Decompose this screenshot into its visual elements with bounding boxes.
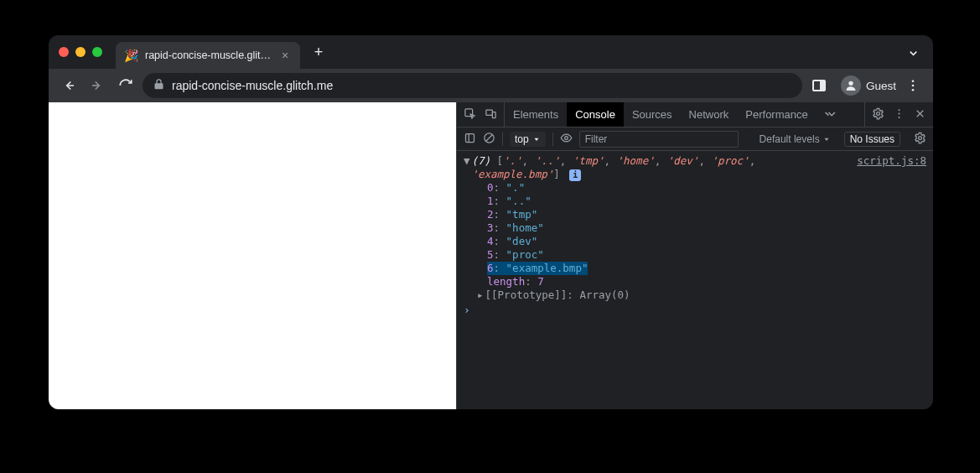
- devtools-tabs: Elements Console Sources Network Perform…: [457, 102, 933, 127]
- info-badge-icon[interactable]: i: [569, 169, 581, 181]
- svg-point-2: [848, 81, 853, 86]
- array-entry: 0: ".": [457, 181, 933, 195]
- tab-strip: 🎉 rapid-concise-muscle.glitch.m × +: [49, 35, 933, 69]
- svg-rect-8: [492, 112, 495, 117]
- svg-line-18: [486, 134, 493, 141]
- svg-point-3: [912, 80, 915, 82]
- devtools-settings-icon[interactable]: [872, 107, 884, 122]
- device-toolbar-icon[interactable]: [485, 107, 497, 122]
- devtools-close-icon[interactable]: [914, 107, 926, 122]
- log-levels-selector[interactable]: Default levels: [760, 133, 831, 145]
- execution-context-selector[interactable]: top: [510, 132, 546, 147]
- array-entry: 4: "dev": [457, 235, 933, 248]
- browser-tab[interactable]: 🎉 rapid-concise-muscle.glitch.m ×: [116, 42, 300, 69]
- profile-button[interactable]: Guest: [841, 75, 896, 96]
- svg-point-11: [899, 112, 900, 114]
- prototype-row[interactable]: ▸[[Prototype]]: Array(0): [457, 288, 933, 302]
- svg-rect-7: [486, 110, 493, 115]
- browser-window: 🎉 rapid-concise-muscle.glitch.m × + rapi…: [49, 35, 933, 409]
- svg-point-20: [564, 136, 568, 139]
- profile-label: Guest: [866, 80, 896, 92]
- content-area: Elements Console Sources Network Perform…: [49, 102, 933, 409]
- console-toolbar: top Default levels No Issues: [457, 127, 933, 151]
- tab-search-button[interactable]: [907, 47, 920, 62]
- back-button[interactable]: [57, 74, 80, 97]
- length-row: length: 7: [457, 275, 933, 288]
- window-controls: [59, 47, 102, 57]
- tab-favicon: 🎉: [124, 49, 138, 62]
- inspect-element-icon[interactable]: [464, 107, 476, 122]
- svg-marker-19: [534, 138, 538, 140]
- svg-point-4: [912, 85, 915, 87]
- toggle-drawer-icon[interactable]: [464, 132, 476, 147]
- svg-point-5: [912, 89, 915, 91]
- reload-button[interactable]: [114, 74, 137, 97]
- side-panel-button[interactable]: [807, 74, 831, 97]
- array-entry: 3: "home": [457, 221, 933, 235]
- svg-point-9: [877, 112, 880, 115]
- console-output[interactable]: ▼ (7) ['.', '..', 'tmp', 'home', 'dev', …: [457, 151, 933, 409]
- kebab-menu-button[interactable]: [901, 74, 925, 97]
- filter-input[interactable]: [579, 131, 739, 148]
- lock-icon: [153, 78, 165, 93]
- forward-button[interactable]: [86, 74, 109, 97]
- array-entry: 6: "example.bmp": [487, 262, 588, 275]
- array-entry: 5: "proc": [457, 248, 933, 262]
- maximize-window-button[interactable]: [92, 47, 102, 57]
- devtools-panel: Elements Console Sources Network Perform…: [456, 102, 933, 409]
- close-tab-icon[interactable]: ×: [282, 49, 288, 62]
- tab-elements[interactable]: Elements: [505, 102, 567, 127]
- svg-point-22: [919, 136, 922, 139]
- live-expression-icon[interactable]: [560, 132, 573, 147]
- console-prompt[interactable]: ›: [457, 302, 933, 319]
- tab-performance[interactable]: Performance: [737, 102, 816, 127]
- clear-console-icon[interactable]: [483, 132, 495, 147]
- page-viewport[interactable]: [49, 102, 456, 409]
- minimize-window-button[interactable]: [75, 47, 86, 57]
- more-tabs-button[interactable]: [817, 102, 846, 127]
- console-settings-icon[interactable]: [914, 132, 926, 147]
- array-entry: 1: "..": [457, 195, 933, 208]
- new-tab-button[interactable]: +: [307, 40, 330, 64]
- tab-console[interactable]: Console: [567, 102, 624, 127]
- svg-marker-21: [824, 138, 828, 140]
- tab-network[interactable]: Network: [681, 102, 738, 127]
- toolbar: rapid-concise-muscle.glitch.me Guest: [49, 69, 933, 102]
- close-window-button[interactable]: [59, 47, 69, 57]
- source-link[interactable]: script.js:8: [847, 154, 926, 181]
- issues-button[interactable]: No Issues: [844, 132, 900, 147]
- svg-rect-6: [465, 108, 473, 116]
- array-entry: 2: "tmp": [457, 208, 933, 221]
- url-text: rapid-concise-muscle.glitch.me: [172, 79, 333, 92]
- log-summary-row[interactable]: ▼ (7) ['.', '..', 'tmp', 'home', 'dev', …: [457, 154, 933, 181]
- avatar-icon: [841, 75, 861, 96]
- svg-point-10: [899, 109, 900, 111]
- tab-sources[interactable]: Sources: [624, 102, 681, 127]
- expand-icon[interactable]: ▼: [464, 154, 471, 181]
- tab-title: rapid-concise-muscle.glitch.m: [145, 49, 275, 61]
- svg-point-12: [899, 116, 900, 117]
- svg-rect-15: [466, 133, 474, 142]
- devtools-menu-icon[interactable]: [893, 107, 905, 122]
- address-bar[interactable]: rapid-concise-muscle.glitch.me: [143, 73, 802, 98]
